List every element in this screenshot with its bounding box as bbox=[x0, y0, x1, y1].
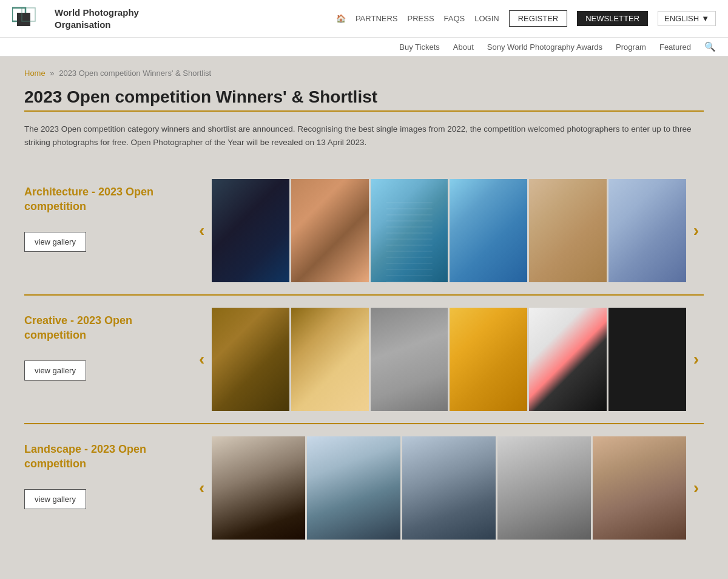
logo-area: World Photography Organisation bbox=[12, 5, 139, 32]
carousel-images-landscape bbox=[212, 436, 686, 540]
carousel-creative: ‹ › bbox=[194, 308, 704, 411]
intro-text: The 2023 Open competition category winne… bbox=[24, 123, 704, 149]
gallery-left-landscape: Landscape - 2023 Open competition view g… bbox=[24, 436, 194, 540]
secondary-nav: Buy Tickets About Sony World Photography… bbox=[0, 38, 728, 56]
nav-login[interactable]: LOGIN bbox=[474, 14, 499, 23]
logo-icon bbox=[12, 5, 49, 32]
gallery-row-creative: Creative - 2023 Open competition view ga… bbox=[24, 296, 704, 424]
arch-image-4[interactable] bbox=[450, 179, 527, 282]
carousel-architecture: ‹ › bbox=[194, 179, 704, 282]
landscape-image-4[interactable] bbox=[497, 436, 591, 540]
breadcrumb-home[interactable]: Home bbox=[24, 69, 46, 78]
carousel-images-creative bbox=[212, 308, 686, 411]
creative-image-4[interactable] bbox=[450, 308, 527, 411]
creative-image-3[interactable] bbox=[371, 308, 448, 411]
carousel-next-landscape[interactable]: › bbox=[689, 478, 704, 498]
arch-image-2[interactable] bbox=[291, 179, 369, 282]
arch-image-1[interactable] bbox=[212, 179, 289, 282]
page-title: 2023 Open competition Winners' & Shortli… bbox=[24, 87, 704, 107]
nav-buy-tickets[interactable]: Buy Tickets bbox=[399, 42, 439, 52]
view-gallery-landscape[interactable]: view gallery bbox=[24, 489, 86, 509]
breadcrumb: Home » 2023 Open competition Winners' & … bbox=[24, 69, 704, 78]
architecture-title: Architecture - 2023 Open competition bbox=[24, 185, 182, 214]
carousel-landscape: ‹ › bbox=[194, 436, 704, 540]
creative-image-1[interactable] bbox=[212, 308, 289, 411]
creative-image-2[interactable] bbox=[291, 308, 369, 411]
carousel-images-architecture bbox=[212, 179, 686, 282]
carousel-prev-landscape[interactable]: ‹ bbox=[194, 478, 209, 498]
gallery-row-architecture: Architecture - 2023 Open competition vie… bbox=[24, 167, 704, 296]
language-selector[interactable]: ENGLISH ▼ bbox=[658, 11, 716, 26]
newsletter-button[interactable]: NEWSLETTER bbox=[577, 11, 648, 26]
chevron-down-icon: ▼ bbox=[701, 14, 709, 23]
arch-image-5[interactable] bbox=[529, 179, 607, 282]
carousel-next-architecture[interactable]: › bbox=[689, 221, 704, 240]
main-content: Home » 2023 Open competition Winners' & … bbox=[12, 56, 716, 564]
carousel-next-creative[interactable]: › bbox=[689, 350, 704, 369]
breadcrumb-separator: » bbox=[50, 69, 54, 78]
register-button[interactable]: REGISTER bbox=[509, 10, 567, 27]
svg-rect-1 bbox=[17, 13, 30, 26]
view-gallery-creative[interactable]: view gallery bbox=[24, 361, 86, 381]
creative-title: Creative - 2023 Open competition bbox=[24, 314, 182, 342]
gallery-section: Architecture - 2023 Open competition vie… bbox=[24, 167, 704, 552]
top-links-area: 🏠 PARTNERS PRESS FAQS LOGIN REGISTER NEW… bbox=[336, 10, 716, 27]
creative-image-6[interactable] bbox=[608, 308, 686, 411]
landscape-image-5[interactable] bbox=[593, 436, 686, 540]
gallery-row-landscape: Landscape - 2023 Open competition view g… bbox=[24, 424, 704, 552]
arch-image-3[interactable] bbox=[371, 179, 448, 282]
top-nav: World Photography Organisation 🏠 PARTNER… bbox=[0, 0, 728, 38]
view-gallery-architecture[interactable]: view gallery bbox=[24, 232, 86, 252]
landscape-image-3[interactable] bbox=[402, 436, 496, 540]
nav-press[interactable]: PRESS bbox=[408, 14, 434, 23]
landscape-title: Landscape - 2023 Open competition bbox=[24, 442, 182, 471]
landscape-image-2[interactable] bbox=[307, 436, 400, 540]
title-underline bbox=[24, 110, 704, 112]
creative-image-5[interactable] bbox=[529, 308, 607, 411]
nav-faqs[interactable]: FAQS bbox=[444, 14, 465, 23]
logo-text: World Photography Organisation bbox=[55, 7, 139, 30]
landscape-image-1[interactable] bbox=[212, 436, 305, 540]
breadcrumb-current: 2023 Open competition Winners' & Shortli… bbox=[59, 69, 211, 78]
search-icon[interactable]: 🔍 bbox=[704, 41, 716, 52]
home-link[interactable]: 🏠 bbox=[336, 14, 346, 23]
nav-program[interactable]: Program bbox=[616, 42, 646, 52]
language-label: ENGLISH bbox=[664, 14, 699, 23]
carousel-prev-creative[interactable]: ‹ bbox=[194, 350, 209, 369]
nav-partners[interactable]: PARTNERS bbox=[356, 14, 398, 23]
nav-featured[interactable]: Featured bbox=[659, 42, 691, 52]
carousel-prev-architecture[interactable]: ‹ bbox=[194, 221, 209, 240]
gallery-left-creative: Creative - 2023 Open competition view ga… bbox=[24, 308, 194, 411]
nav-about[interactable]: About bbox=[453, 42, 474, 52]
nav-sony-awards[interactable]: Sony World Photography Awards bbox=[487, 42, 602, 52]
gallery-left-architecture: Architecture - 2023 Open competition vie… bbox=[24, 179, 194, 282]
arch-image-6[interactable] bbox=[608, 179, 686, 282]
